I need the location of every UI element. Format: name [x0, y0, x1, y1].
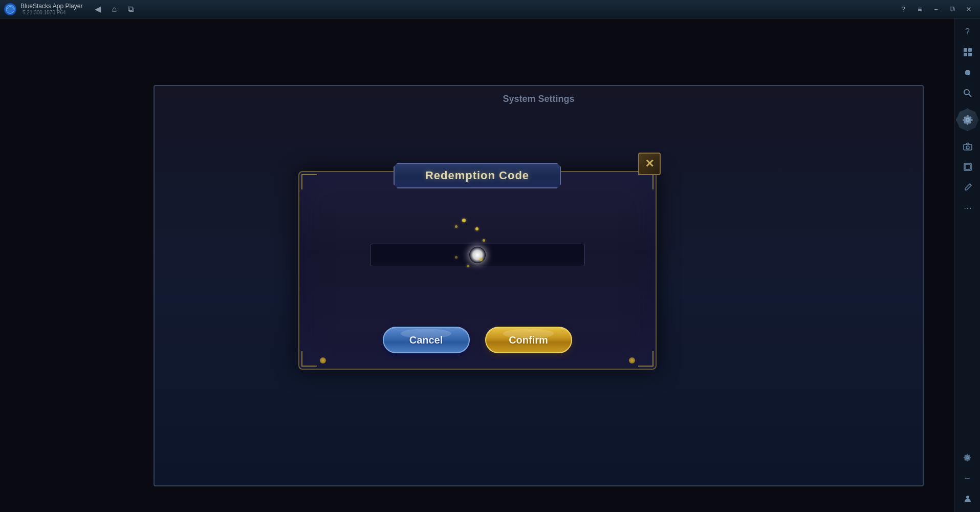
spinner-dot-4: [483, 239, 485, 242]
sidebar-back-icon[interactable]: ←: [959, 469, 977, 487]
svg-rect-5: [968, 53, 972, 56]
svg-point-6: [964, 90, 969, 95]
dialog-header: Redemption Code ✕: [299, 163, 656, 188]
dialog-overlay: Redemption Code ✕: [0, 18, 954, 512]
sidebar-question-icon[interactable]: ?: [959, 23, 977, 41]
spinner-center: [469, 247, 486, 263]
titlebar: BlueStacks App Player 5.21.300.1070 P64 …: [0, 0, 980, 18]
multi-nav-icon[interactable]: ⧉: [123, 2, 138, 16]
sidebar-record-icon[interactable]: ⏺: [959, 63, 977, 82]
redemption-dialog: Redemption Code ✕: [298, 171, 657, 370]
svg-point-12: [966, 496, 969, 499]
dialog-close-button[interactable]: ✕: [638, 153, 661, 175]
minimize-button[interactable]: −: [929, 2, 943, 16]
dialog-title-background: Redemption Code: [394, 163, 561, 188]
app-name: BlueStacks App Player: [20, 3, 82, 10]
spinner-dot-3: [475, 227, 478, 230]
spinner-dot-6: [467, 265, 469, 267]
back-nav-icon[interactable]: ◀: [91, 2, 105, 16]
menu-button[interactable]: ≡: [912, 2, 927, 16]
sidebar-camera-icon[interactable]: [959, 137, 977, 156]
svg-rect-11: [965, 164, 970, 169]
loading-spinner: [469, 247, 486, 263]
sidebar-more-icon[interactable]: ⋯: [959, 199, 977, 217]
right-sidebar: ? ⏺: [954, 18, 980, 512]
sidebar-search-icon[interactable]: [959, 84, 977, 102]
home-nav-icon[interactable]: ⌂: [107, 2, 121, 16]
app-logo: [4, 3, 16, 15]
app-version: 5.21.300.1070 P64: [23, 10, 82, 15]
sidebar-edit-icon[interactable]: [959, 178, 977, 197]
corner-decoration-br: [638, 351, 654, 367]
sidebar-portrait-icon[interactable]: [959, 489, 977, 508]
dialog-title: Redemption Code: [425, 169, 529, 182]
code-input-area: [325, 244, 630, 266]
sidebar-settings-icon[interactable]: [959, 449, 977, 467]
cancel-button[interactable]: Cancel: [383, 327, 470, 353]
bottom-gem-left: [320, 357, 326, 364]
spinner-dot-1: [462, 219, 466, 222]
main-area: System Settings Redemption Code ✕: [0, 18, 954, 512]
corner-decoration-bl: [301, 351, 317, 367]
titlebar-nav: ◀ ⌂ ⧉: [91, 2, 138, 16]
spinner-dot-7: [455, 256, 458, 259]
svg-rect-2: [964, 48, 967, 52]
confirm-button[interactable]: Confirm: [485, 327, 572, 353]
spinner-dot-5: [480, 258, 483, 261]
bottom-gem-right: [629, 357, 635, 364]
close-button[interactable]: ✕: [962, 2, 976, 16]
sidebar-gear-box[interactable]: [956, 109, 979, 131]
sidebar-grid-icon[interactable]: [959, 43, 977, 61]
svg-point-1: [8, 7, 12, 11]
svg-point-9: [966, 146, 969, 149]
svg-line-7: [969, 94, 971, 97]
sidebar-layers-icon[interactable]: [959, 158, 977, 176]
svg-rect-3: [968, 48, 972, 52]
help-button[interactable]: ?: [896, 2, 910, 16]
window-controls: ? ≡ − ⧉ ✕: [896, 2, 976, 16]
dialog-body: [299, 188, 656, 316]
svg-rect-4: [964, 53, 967, 56]
spinner-dot-2: [455, 225, 458, 228]
dialog-footer: Cancel Confirm: [299, 316, 656, 369]
restore-button[interactable]: ⧉: [945, 2, 960, 16]
